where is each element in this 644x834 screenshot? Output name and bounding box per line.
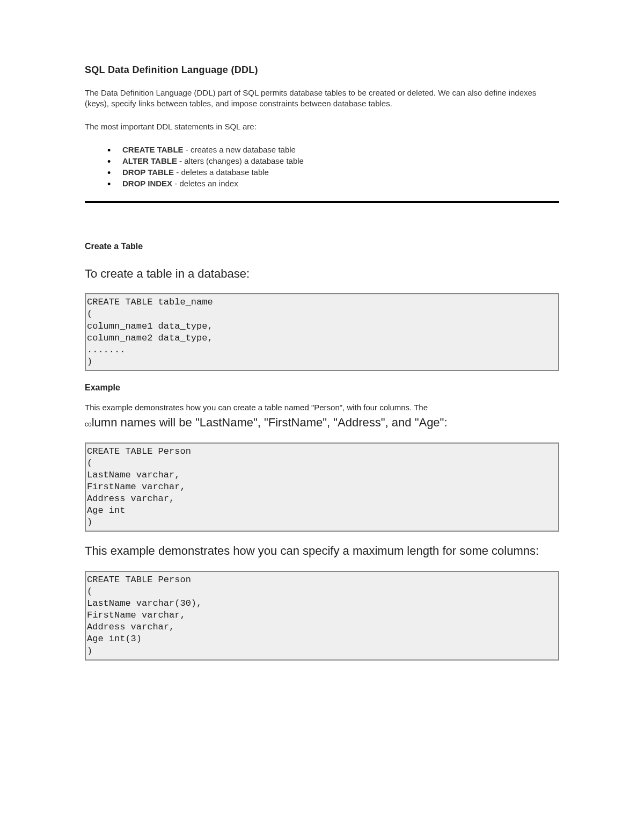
ddl-statements-list: CREATE TABLE - creates a new database ta…: [107, 144, 559, 189]
create-table-heading: Create a Table: [85, 242, 559, 251]
list-item: DROP TABLE - deletes a database table: [107, 166, 559, 178]
page-title: SQL Data Definition Language (DDL): [85, 64, 559, 76]
create-table-subheading: To create a table in a database:: [85, 266, 559, 282]
code-block-create-syntax: CREATE TABLE table_name ( column_name1 d…: [85, 293, 559, 371]
list-term: ALTER TABLE: [122, 156, 177, 165]
intro-paragraph-1: The Data Definition Language (DDL) part …: [85, 88, 559, 110]
list-desc: - deletes an index: [172, 179, 238, 188]
example-desc-line2-rest: lumn names will be "LastName", "FirstNam…: [92, 416, 448, 429]
section-divider: [85, 201, 559, 203]
example-desc-line2: column names will be "LastName", "FirstN…: [85, 415, 559, 431]
list-item: CREATE TABLE - creates a new database ta…: [107, 144, 559, 155]
list-term: CREATE TABLE: [122, 145, 184, 154]
list-desc: - creates a new database table: [184, 145, 296, 154]
example-heading: Example: [85, 383, 559, 393]
list-term: DROP TABLE: [122, 168, 174, 177]
example-desc-line2-prefix: co: [85, 420, 92, 428]
list-desc: - alters (changes) a database table: [177, 156, 304, 165]
intro-paragraph-2: The most important DDL statements in SQL…: [85, 121, 559, 132]
example-desc-line1: This example demonstrates how you can cr…: [85, 402, 559, 413]
list-item: DROP INDEX - deletes an index: [107, 178, 559, 189]
example-maxlength-desc: This example demonstrates how you can sp…: [85, 543, 559, 559]
code-block-create-person: CREATE TABLE Person ( LastName varchar, …: [85, 443, 559, 532]
list-desc: - deletes a database table: [174, 168, 269, 177]
code-block-create-person-maxlen: CREATE TABLE Person ( LastName varchar(3…: [85, 571, 559, 661]
list-item: ALTER TABLE - alters (changes) a databas…: [107, 155, 559, 166]
list-term: DROP INDEX: [122, 179, 172, 188]
